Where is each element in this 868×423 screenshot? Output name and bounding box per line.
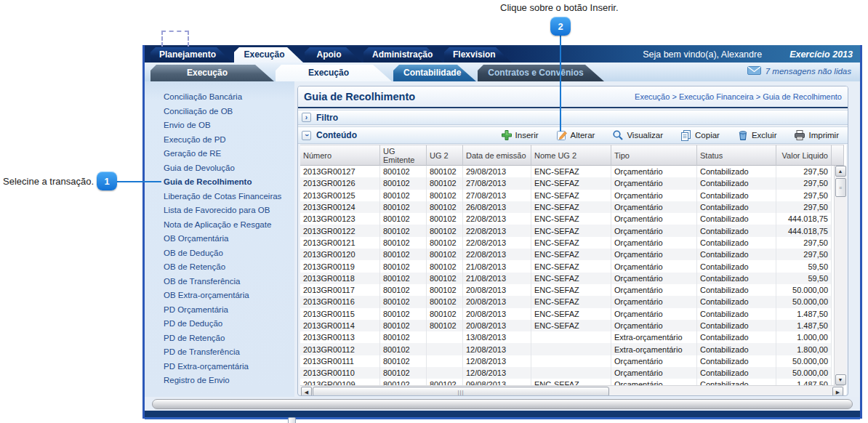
table-row[interactable]: 2013GR0011980010280010221/08/2013ENC-SEF… bbox=[300, 260, 832, 272]
table-row[interactable]: 2013GR0012780010280010229/08/2013ENC-SEF… bbox=[300, 166, 832, 177]
sidebar-item-guia-de-devolucao[interactable]: Guia de Devolução bbox=[145, 161, 294, 176]
cell-data-de-emissao: 09/08/2013 bbox=[463, 379, 531, 385]
scroll-left-button[interactable]: ◀ bbox=[301, 387, 312, 397]
table-row[interactable]: 2013GR0011780010280010220/08/2013ENC-SEF… bbox=[300, 284, 832, 296]
cell-status: Contabilizado bbox=[697, 355, 776, 367]
table-row[interactable]: 2013GR0012280010280010222/08/2013ENC-SEF… bbox=[300, 225, 832, 236]
column-header-valor-liquido[interactable]: Valor Liquido bbox=[776, 145, 832, 166]
sidebar-item-execucao-de-pd[interactable]: Execução de PD bbox=[145, 133, 294, 148]
sidebar-item-conciliacao-bancaria[interactable]: Conciliação Bancária bbox=[145, 90, 294, 105]
table-row[interactable]: 2013GR0011680010280010220/08/2013ENC-SEF… bbox=[300, 296, 832, 307]
sidebar-item-ob-de-transferencia[interactable]: OB de Transferência bbox=[145, 275, 294, 289]
cell-nome-ug-2 bbox=[531, 343, 611, 355]
scroll-up-button[interactable]: ▲ bbox=[835, 166, 846, 177]
cell-valor-liquido: 297,50 bbox=[776, 249, 832, 260]
cell-ug-2: 800102 bbox=[427, 273, 463, 284]
subtab-execucao-financeira[interactable]: Execução Financeira bbox=[276, 65, 392, 81]
table-row[interactable]: 2013GR0012480010280010226/08/2013ENC-SEF… bbox=[300, 201, 832, 213]
table-row[interactable]: 2013GR0011380010213/08/2013Extra-orçamen… bbox=[300, 331, 832, 343]
cell-status: Contabilizado bbox=[697, 166, 776, 177]
table-row[interactable]: 2013GR0012680010280010227/08/2013ENC-SEF… bbox=[300, 177, 832, 189]
unread-messages[interactable]: 7 mensagens não lidas bbox=[747, 65, 860, 81]
subtab-contabilidade[interactable]: Contabilidade bbox=[393, 65, 476, 81]
table-row[interactable]: 2013GR0011580010280010220/08/2013ENC-SEF… bbox=[300, 308, 832, 320]
table-row[interactable]: 2013GR0011180010212/08/2013OrçamentárioC… bbox=[300, 355, 832, 367]
sidebar-item-ob-de-deducao[interactable]: OB de Dedução bbox=[145, 246, 294, 261]
column-header-ug-emitente[interactable]: UG Emitente bbox=[380, 145, 427, 166]
column-header-numero[interactable]: Número bbox=[300, 145, 380, 166]
toolbar-button-alterar[interactable]: Alterar bbox=[556, 129, 595, 141]
toolbar-button-excluir[interactable]: Excluir bbox=[737, 129, 777, 141]
subtab-execucao-orcamentaria[interactable]: Execução Orçamentária bbox=[150, 65, 274, 81]
column-header-nome-ug-2[interactable]: Nome UG 2 bbox=[531, 145, 611, 166]
toolbar-button-copiar[interactable]: Copiar bbox=[680, 129, 720, 141]
sidebar-item-pd-de-deducao[interactable]: PD de Dedução bbox=[145, 317, 294, 331]
table-row[interactable]: 2013GR0011280010212/08/2013Extra-orçamen… bbox=[300, 343, 832, 355]
scroll-down-button[interactable]: ▼ bbox=[835, 374, 846, 385]
column-header-scroll-cap bbox=[832, 145, 844, 166]
sidebar-item-envio-de-ob[interactable]: Envio de OB bbox=[145, 118, 294, 133]
sidebar-item-nota-de-aplicacao-e-resgate[interactable]: Nota de Aplicação e Resgate bbox=[145, 218, 294, 233]
toolbar-button-inserir[interactable]: Inserir bbox=[501, 129, 539, 141]
filter-expand-button[interactable]: › bbox=[302, 113, 311, 122]
table-row[interactable]: 2013GR0011080010212/08/2013OrçamentárioC… bbox=[300, 367, 832, 379]
menu-tab-flexvision[interactable]: Flexvision bbox=[444, 47, 512, 63]
cell-ug-2: 800102 bbox=[427, 284, 463, 296]
table-row[interactable]: 2013GR0011880010280010221/08/2013ENC-SEF… bbox=[300, 273, 832, 284]
sidebar-item-pd-extra-orcamentaria[interactable]: PD Extra-orçamentária bbox=[145, 360, 294, 374]
sidebar-item-geracao-de-re[interactable]: Geração de RE bbox=[145, 147, 294, 161]
cell-tipo: Orçamentário bbox=[611, 237, 697, 249]
sidebar-collapse-handle[interactable]: ◀ bbox=[288, 417, 296, 423]
menu-tab-execucao[interactable]: Execução bbox=[234, 47, 303, 63]
vertical-scrollbar[interactable]: ▲ ≡ ▼ bbox=[834, 166, 846, 385]
toolbar-button-imprimir[interactable]: Imprimir bbox=[794, 129, 839, 141]
horizontal-scroll-thumb[interactable]: ||| bbox=[313, 387, 609, 396]
window-bottom-edge bbox=[145, 411, 860, 419]
cell-nome-ug-2: ENC-SEFAZ bbox=[531, 284, 611, 296]
table-row[interactable]: 2013GR0012580010280010227/08/2013ENC-SEF… bbox=[300, 190, 832, 201]
cell-ug-2 bbox=[427, 343, 463, 355]
sidebar-item-liberacao-de-cotas-financeiras[interactable]: Liberação de Cotas Financeiras bbox=[145, 190, 294, 204]
cell-valor-liquido: 50.000,00 bbox=[776, 355, 832, 367]
sidebar-item-guia-de-recolhimento[interactable]: Guia de Recolhimento bbox=[145, 175, 294, 190]
sidebar-item-pd-orcamentaria[interactable]: PD Orçamentária bbox=[145, 303, 294, 318]
trash-icon bbox=[737, 129, 749, 141]
cell-status: Contabilizado bbox=[697, 379, 776, 385]
column-header-ug-2[interactable]: UG 2 bbox=[427, 145, 463, 166]
menu-tab-apoio[interactable]: Apoio bbox=[305, 47, 362, 63]
column-header-status[interactable]: Status bbox=[697, 145, 776, 166]
sidebar-item-ob-orcamentaria[interactable]: OB Orçamentária bbox=[145, 232, 294, 246]
cell-status: Contabilizado bbox=[697, 296, 776, 307]
subtab-contratos-e-convenios[interactable]: Contratos e Convênios bbox=[478, 65, 604, 81]
sidebar-item-lista-de-favorecido-para-ob[interactable]: Lista de Favorecido para OB bbox=[145, 204, 294, 218]
column-header-data-de-emissao[interactable]: Data de emissão bbox=[463, 145, 531, 166]
table-row[interactable]: 2013GR0010980010280010209/08/2013ENC-SEF… bbox=[300, 379, 832, 385]
horizontal-scrollbar[interactable]: ◀ ||| ▶ bbox=[300, 385, 844, 396]
edit-icon bbox=[556, 129, 568, 141]
cell-ug-2: 800102 bbox=[427, 166, 463, 177]
sidebar-item-ob-extra-orcamentaria[interactable]: OB Extra-orçamentária bbox=[145, 289, 294, 303]
cell-numero: 2013GR00115 bbox=[300, 308, 380, 320]
menu-tab-administracao[interactable]: Administração bbox=[363, 47, 443, 63]
cell-nome-ug-2: ENC-SEFAZ bbox=[531, 166, 611, 177]
scroll-right-button[interactable]: ▶ bbox=[832, 387, 843, 397]
cell-tipo: Orçamentário bbox=[611, 379, 697, 385]
table-row[interactable]: 2013GR0012080010280010222/08/2013ENC-SEF… bbox=[300, 249, 832, 260]
cell-status: Contabilizado bbox=[697, 225, 776, 236]
table-row[interactable]: 2013GR0012380010280010222/08/2013ENC-SEF… bbox=[300, 213, 832, 225]
sidebar-item-conciliacao-de-ob[interactable]: Conciliação de OB bbox=[145, 105, 294, 119]
records-table: NúmeroUG EmitenteUG 2Data de emissãoNome… bbox=[300, 145, 846, 396]
table-row[interactable]: 2013GR0011480010280010220/08/2013ENC-SEF… bbox=[300, 320, 832, 331]
vertical-scroll-thumb[interactable]: ≡ bbox=[835, 178, 846, 197]
toolbar-button-visualizar[interactable]: Visualizar bbox=[612, 129, 663, 141]
content-collapse-button[interactable]: › bbox=[302, 131, 311, 140]
table-row[interactable]: 2013GR0012180010280010222/08/2013ENC-SEF… bbox=[300, 237, 832, 249]
menu-tab-planejamento[interactable]: Planejamento bbox=[150, 47, 233, 63]
cell-numero: 2013GR00110 bbox=[300, 367, 380, 379]
sidebar-item-pd-de-transferencia[interactable]: PD de Transferência bbox=[145, 345, 294, 360]
page-title: Guia de Recolhimento bbox=[298, 91, 415, 102]
sidebar-item-pd-de-retencao[interactable]: PD de Retenção bbox=[145, 331, 294, 346]
column-header-tipo[interactable]: Tipo bbox=[611, 145, 697, 166]
sidebar-item-ob-de-retencao[interactable]: OB de Retenção bbox=[145, 260, 294, 275]
sidebar-item-registro-de-envio[interactable]: Registro de Envio bbox=[145, 374, 294, 388]
